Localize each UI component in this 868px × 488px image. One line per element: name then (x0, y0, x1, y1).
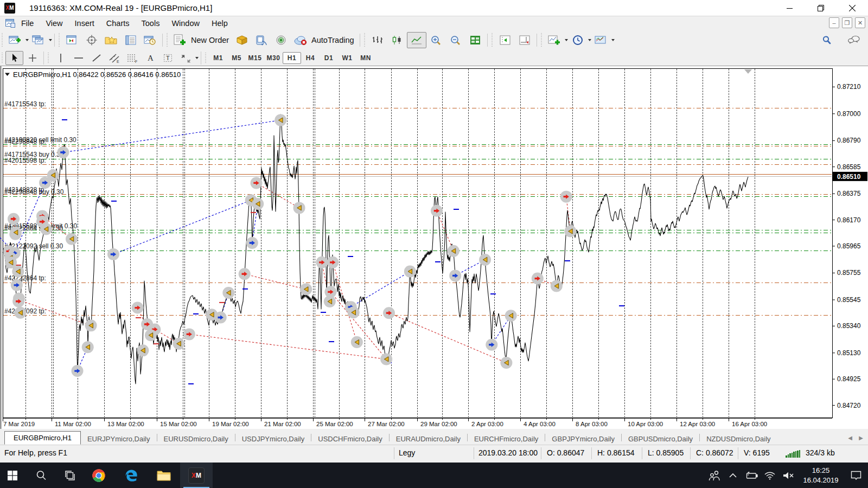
start-button[interactable] (0, 463, 25, 488)
timeframe-h4-button[interactable]: H4 (301, 52, 320, 64)
menu-view[interactable]: View (40, 17, 68, 29)
metaquotes-app-button[interactable] (252, 32, 271, 48)
chrome-icon[interactable] (82, 463, 115, 488)
close-marker[interactable] (12, 266, 24, 278)
metaeditor-button[interactable] (232, 32, 252, 48)
buy-marker[interactable] (107, 248, 119, 260)
profiles-button[interactable] (29, 32, 48, 48)
line-chart-button[interactable] (407, 32, 426, 48)
edge-icon[interactable] (115, 463, 148, 488)
sell-marker[interactable] (251, 177, 263, 189)
fibonacci-button[interactable]: F (123, 51, 141, 65)
close-marker[interactable] (351, 336, 363, 348)
crosshair-button[interactable] (23, 51, 41, 65)
sell-marker[interactable] (12, 296, 24, 307)
file-explorer-icon[interactable] (148, 463, 180, 488)
chart-tab-nzdusdmicro-daily[interactable]: NZDUSDmicro,Daily (700, 433, 777, 445)
close-marker[interactable] (448, 245, 459, 257)
menu-charts[interactable]: Charts (100, 17, 136, 29)
chart-area[interactable]: 11 Mar 02:0013 Mar 02:0015 Mar 02:0019 M… (0, 66, 868, 429)
sell-marker[interactable] (316, 256, 328, 268)
timeframe-h1-button[interactable]: H1 (283, 52, 301, 64)
chart-tab-eurgbpmicro-h1[interactable]: EURGBPmicro,H1 (4, 431, 81, 445)
autotrading-button[interactable] (291, 32, 310, 48)
close-marker[interactable] (564, 226, 576, 237)
strategy-tester-button[interactable] (141, 32, 160, 48)
buy-marker[interactable] (486, 339, 497, 351)
candlestick-chart-button[interactable] (387, 32, 407, 48)
menu-tools[interactable]: Tools (136, 17, 166, 29)
tile-windows-button[interactable] (465, 32, 485, 48)
close-marker[interactable] (66, 233, 78, 245)
task-view-icon[interactable] (58, 463, 82, 488)
bar-chart-button[interactable] (368, 32, 387, 48)
close-marker[interactable] (85, 319, 97, 331)
timeframe-mn-button[interactable]: MN (356, 52, 375, 64)
close-marker[interactable] (551, 280, 563, 292)
timeframe-w1-button[interactable]: W1 (338, 52, 356, 64)
close-marker[interactable] (47, 169, 59, 181)
sell-marker[interactable] (327, 256, 339, 268)
close-marker[interactable] (222, 287, 234, 299)
templates-dropdown-icon[interactable] (611, 39, 615, 41)
tabs-scroll-right-icon[interactable]: ▶ (856, 433, 866, 442)
terminal-button[interactable] (121, 32, 141, 48)
taskbar-search-icon[interactable] (25, 463, 58, 488)
taskbar-clock[interactable]: 16:25 16.04.2019 (797, 466, 844, 485)
text-button[interactable]: A (141, 51, 159, 65)
buy-marker[interactable] (215, 312, 227, 324)
arrows-button[interactable] (177, 51, 195, 65)
sell-marker[interactable] (132, 302, 144, 314)
indicators-button[interactable] (545, 32, 564, 48)
chart-tab-eurusdmicro-daily[interactable]: EURUSDmicro,Daily (157, 433, 235, 445)
auto-scroll-button[interactable] (515, 32, 534, 48)
sell-marker[interactable] (383, 307, 395, 319)
data-window-button[interactable] (82, 32, 101, 48)
chart-tab-gbpusdmicro-daily[interactable]: GBPUSDmicro,Daily (622, 433, 699, 445)
taskbar-xm-metatrader-button[interactable]: XM (180, 463, 213, 488)
menu-insert[interactable]: Insert (69, 17, 100, 29)
zoom-in-button[interactable] (426, 32, 446, 48)
wifi-icon[interactable] (761, 463, 779, 488)
new-order-button[interactable] (170, 32, 190, 48)
search-icon[interactable] (817, 32, 837, 48)
timeframe-m5-button[interactable]: M5 (227, 52, 246, 64)
chart-tab-eurjpymicro-daily[interactable]: EURJPYmicro,Daily (81, 433, 157, 445)
sell-marker[interactable] (239, 268, 251, 280)
chart-tab-usdchfmicro-daily[interactable]: USDCHFmicro,Daily (311, 433, 388, 445)
sell-marker[interactable] (431, 205, 443, 217)
zoom-out-button[interactable] (446, 32, 465, 48)
new-chart-button[interactable] (5, 32, 25, 48)
close-marker[interactable] (145, 329, 157, 341)
window-restore-button[interactable] (805, 0, 837, 16)
close-marker[interactable] (348, 306, 360, 318)
timeframe-m1-button[interactable]: M1 (209, 52, 227, 64)
close-marker[interactable] (479, 254, 491, 266)
chart-tab-eurchfmicro-daily[interactable]: EURCHFmicro,Daily (468, 433, 545, 445)
equidistant-channel-button[interactable]: E (105, 51, 123, 65)
volume-muted-icon[interactable] (779, 463, 797, 488)
buy-marker[interactable] (72, 365, 84, 377)
profiles-dropdown-icon[interactable] (49, 39, 52, 41)
chart-tab-usdjpymicro-daily[interactable]: USDJPYmicro,Daily (235, 433, 311, 445)
tabs-scroll-left-icon[interactable]: ◀ (845, 433, 855, 442)
signals-button[interactable] (271, 32, 291, 48)
close-marker[interactable] (252, 198, 264, 210)
close-marker[interactable] (10, 227, 22, 239)
chart-close-button[interactable]: ✕ (855, 17, 865, 28)
trendline-button[interactable] (87, 51, 105, 65)
autotrading-label[interactable]: AutoTrading (311, 36, 354, 44)
window-minimize-button[interactable] (774, 0, 805, 16)
menu-window[interactable]: Window (165, 17, 206, 29)
text-label-button[interactable]: T (159, 51, 177, 65)
close-marker[interactable] (137, 344, 149, 356)
close-marker[interactable] (380, 353, 392, 365)
close-marker[interactable] (505, 310, 517, 322)
timeframe-d1-button[interactable]: D1 (320, 52, 338, 64)
close-marker[interactable] (275, 114, 286, 126)
timeframe-m30-button[interactable]: M30 (264, 52, 283, 64)
vertical-line-button[interactable] (52, 51, 69, 65)
close-marker[interactable] (173, 338, 185, 350)
new-order-label[interactable]: New Order (191, 36, 229, 44)
menu-file[interactable]: File (15, 17, 40, 29)
